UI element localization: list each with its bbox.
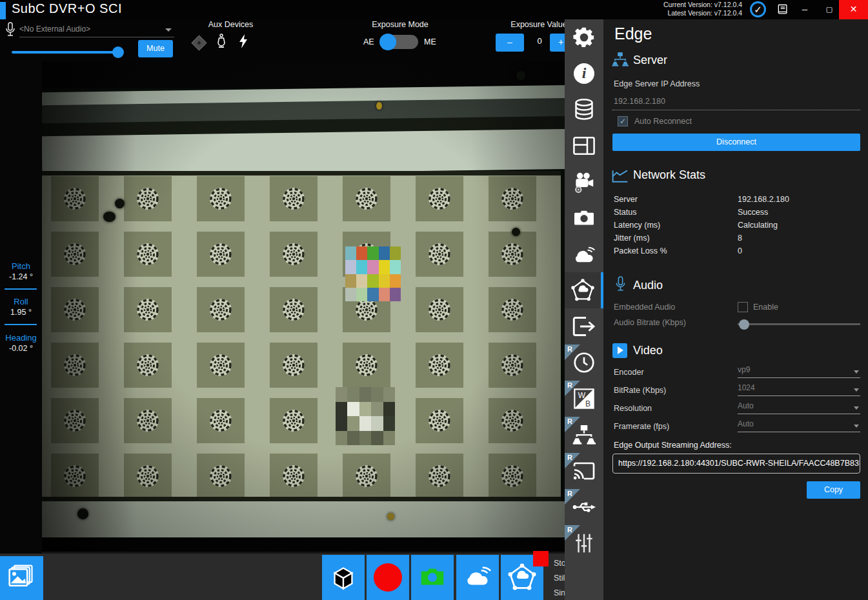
telemetry-sidebar: Pitch -1.24 ° Roll 1.95 ° Heading -0.02 … [0,61,42,556]
remote-badge: R [565,525,580,541]
me-label: ME [424,37,436,46]
stat-label: Server [614,195,638,204]
exposure-mode-toggle[interactable] [381,35,418,49]
record-button[interactable] [367,555,409,600]
disconnect-button[interactable]: Disconnect [612,134,860,151]
adjustments-tab[interactable]: R [565,525,603,561]
framerate-dropdown[interactable]: Auto [738,419,860,432]
encoder-dropdown[interactable]: vp9 [738,365,860,378]
ip-underline [612,110,860,110]
server-icon [612,52,629,70]
chevron-down-icon [854,425,859,428]
network-tab[interactable]: R [565,417,603,453]
ae-label: AE [363,37,374,46]
still-camera-tab[interactable] [565,200,603,236]
panel-title: Edge [614,25,652,43]
enable-audio-checkbox[interactable] [738,302,748,312]
bottom-toolbar: StoStillSing [0,554,565,600]
bitrate-dropdown[interactable]: 1024 [738,383,860,396]
cast-tab[interactable]: R [565,453,603,489]
slider-thumb[interactable] [739,319,749,330]
server-heading: Server [633,54,667,67]
volume-slider[interactable] [12,46,123,58]
chevron-down-icon [854,406,859,410]
divider [5,324,37,325]
chevron-down-icon [854,388,859,392]
mute-button[interactable]: Mute [138,40,173,57]
resolution-label: Resolution [614,404,652,413]
manual-icon[interactable] [776,3,789,19]
ip-label: Edge Server IP Address [614,79,700,88]
encoder-label: Encoder [614,368,644,377]
accent-bar [0,2,6,19]
vignette [42,61,565,552]
exposure-value: 0 [532,36,547,46]
roll-readout: Roll 1.95 ° [0,297,42,317]
stat-value: Calculating [738,221,778,230]
edge-panel: Edge Server Edge Server IP Address 192.1… [603,19,868,600]
icon-strip: i R R WB R [565,19,603,600]
close-button[interactable]: ✕ [839,0,868,19]
exposure-mode-label: Exposure Mode [361,20,439,29]
storage-tab[interactable] [565,92,603,128]
microphone-icon [5,22,15,41]
aux-devices-label: Aux Devices [194,20,268,29]
heading-readout: Heading -0.02 ° [0,333,42,353]
aux-strobe-icon[interactable] [238,34,248,52]
pitch-readout: Pitch -1.24 ° [0,261,42,281]
aux-sonar-icon[interactable] [191,35,207,50]
divider [5,288,37,290]
copy-button[interactable]: Copy [807,481,860,499]
pitch-label: Pitch [0,261,42,271]
volume-thumb[interactable] [112,46,124,58]
resolution-dropdown[interactable]: Auto [738,401,860,414]
schedule-tab[interactable]: R [565,345,603,381]
auto-reconnect-checkbox[interactable]: ✓ [618,116,628,126]
ip-value[interactable]: 192.168.2.180 [614,97,665,106]
audio-bitrate-slider[interactable] [738,319,860,330]
title-bar: SubC DVR+O SCI Current Version: v7.12.0.… [0,0,868,19]
usb-tab[interactable]: R [565,489,603,525]
settings-tab[interactable] [565,19,603,55]
toggle-thumb [379,34,396,50]
recording-badge [533,551,549,566]
bitrate-label: BitRate (Kbps) [614,386,666,395]
cube-view-button[interactable] [322,555,365,600]
external-audio-select[interactable]: <No External Audio> [19,22,174,37]
video-icon [612,343,627,358]
embedded-audio-label: Embedded Audio [614,303,675,312]
layout-tab[interactable] [565,128,603,164]
aux-lamp-icon[interactable] [216,34,227,52]
edge-tab[interactable] [565,272,603,308]
edge-capture-button[interactable] [501,555,543,600]
remote-badge: R [565,345,580,360]
version-info: Current Version: v7.12.0.4 Latest Versio… [663,1,742,17]
pitch-value: -1.24 ° [0,272,42,281]
roll-label: Roll [0,297,42,306]
external-audio-value: <No External Audio> [19,25,90,34]
info-icon: i [574,63,594,84]
video-feed [42,61,565,552]
export-tab[interactable] [565,308,603,345]
heading-value: -0.02 ° [0,344,42,353]
white-balance-tab[interactable]: R WB [565,381,603,417]
audio-bitrate-label: Audio Bitrate (Kbps) [614,318,686,327]
roll-value: 1.95 ° [0,308,42,317]
cloud-tab[interactable] [565,236,603,272]
update-check-icon[interactable]: ✓ [750,1,766,17]
network-stats-heading: Network Stats [633,168,705,182]
audio-heading: Audio [633,279,663,292]
cloud-upload-button[interactable] [456,555,499,600]
stat-label: Latency (ms) [614,221,660,230]
video-heading: Video [633,344,663,357]
still-capture-button[interactable] [411,555,454,600]
info-tab[interactable]: i [565,55,603,92]
exposure-minus-button[interactable]: – [496,34,524,52]
svg-text:B: B [585,399,590,408]
streaming-address-label: Edge Output Streaming Address: [614,441,732,450]
stat-value: 0 [738,246,742,255]
gallery-button[interactable] [0,556,43,600]
streaming-address-input[interactable]: https://192.168.2.180:44301/SUBC-RWR-SHE… [612,454,860,474]
camera-settings-tab[interactable] [565,164,603,200]
slider-track [738,323,860,325]
